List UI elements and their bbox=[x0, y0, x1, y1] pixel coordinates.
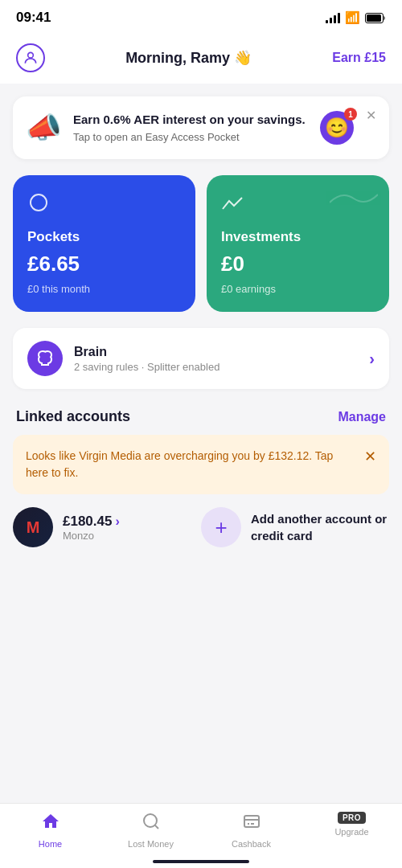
nav-home-label: Home bbox=[39, 839, 62, 849]
nav-lost-money-label: Lost Money bbox=[128, 839, 174, 849]
linked-accounts-header: Linked accounts Manage bbox=[0, 389, 402, 435]
nav-cashback-label: Cashback bbox=[232, 839, 271, 849]
lost-money-icon bbox=[142, 812, 161, 836]
add-account[interactable]: + Add another account or credit card bbox=[201, 507, 389, 547]
nav-home[interactable]: Home bbox=[0, 812, 100, 849]
cashback-icon bbox=[242, 812, 261, 836]
investments-card[interactable]: Investments £0 £0 earnings bbox=[207, 175, 389, 312]
investments-deco bbox=[330, 186, 378, 214]
account-amount: £180.45 › bbox=[63, 514, 120, 530]
promo-icon: 📣 bbox=[26, 111, 62, 145]
add-account-button[interactable]: + bbox=[201, 507, 241, 547]
header-greeting: Morning, Ramy 👋 bbox=[125, 49, 252, 67]
battery-icon bbox=[365, 13, 386, 23]
svg-point-3 bbox=[31, 194, 47, 211]
brain-section[interactable]: Brain 2 saving rules · Splitter enabled … bbox=[13, 328, 389, 389]
add-account-text: Add another account or credit card bbox=[251, 510, 389, 544]
wifi-icon: 📶 bbox=[345, 10, 360, 25]
home-indicator bbox=[153, 860, 249, 863]
pockets-card[interactable]: Pockets £6.65 £0 this month bbox=[13, 175, 195, 312]
investments-sub: £0 earnings bbox=[221, 283, 375, 295]
overcharge-alert[interactable]: Looks like Virgin Media are overcharging… bbox=[13, 435, 389, 494]
alert-close-button[interactable]: ✕ bbox=[364, 448, 376, 465]
account-info: £180.45 › Monzo bbox=[63, 514, 120, 542]
pockets-icon bbox=[27, 191, 181, 219]
status-icons: 📶 bbox=[326, 10, 386, 25]
svg-line-5 bbox=[154, 825, 158, 829]
monzo-account[interactable]: M £180.45 › Monzo bbox=[13, 507, 201, 547]
status-bar: 09:41 📶 bbox=[0, 0, 402, 32]
home-icon bbox=[41, 812, 60, 836]
svg-rect-1 bbox=[367, 14, 381, 22]
pockets-label: Pockets bbox=[27, 229, 181, 245]
earn-button[interactable]: Earn £15 bbox=[332, 51, 386, 65]
brain-subtitle: 2 saving rules · Splitter enabled bbox=[74, 361, 358, 373]
manage-button[interactable]: Manage bbox=[338, 410, 386, 424]
status-time: 09:41 bbox=[16, 10, 51, 26]
investments-amount: £0 bbox=[221, 252, 375, 276]
promo-close-button[interactable]: ✕ bbox=[362, 106, 379, 124]
account-chevron-icon: › bbox=[115, 514, 119, 529]
badge-count: 1 bbox=[344, 108, 357, 121]
brain-avatar bbox=[27, 341, 63, 376]
header: Morning, Ramy 👋 Earn £15 bbox=[0, 32, 402, 84]
brain-title: Brain bbox=[74, 345, 358, 359]
pockets-amount: £6.65 bbox=[27, 252, 181, 276]
svg-point-2 bbox=[28, 52, 34, 58]
alert-text: Looks like Virgin Media are overcharging… bbox=[26, 448, 355, 481]
accounts-row: M £180.45 › Monzo + Add another account … bbox=[0, 507, 402, 547]
pockets-sub: £0 this month bbox=[27, 283, 181, 295]
nav-cashback[interactable]: Cashback bbox=[201, 812, 302, 849]
svg-rect-6 bbox=[244, 816, 259, 827]
account-name: Monzo bbox=[63, 530, 120, 542]
promo-badge: 😊 1 bbox=[320, 111, 354, 145]
monzo-logo: M bbox=[13, 507, 53, 547]
pro-badge: PRO bbox=[338, 812, 366, 824]
promo-banner[interactable]: 📣 Earn 0.6% AER interest on your savings… bbox=[13, 96, 389, 159]
linked-accounts-title: Linked accounts bbox=[16, 408, 130, 425]
signal-icon bbox=[326, 12, 340, 23]
nav-upgrade-label: Upgrade bbox=[334, 827, 368, 837]
svg-point-4 bbox=[144, 814, 157, 827]
main-content: 📣 Earn 0.6% AER interest on your savings… bbox=[0, 96, 402, 620]
brain-text: Brain 2 saving rules · Splitter enabled bbox=[74, 345, 358, 373]
cards-row: Pockets £6.65 £0 this month Investments … bbox=[13, 175, 389, 312]
nav-upgrade[interactable]: PRO Upgrade bbox=[302, 812, 402, 849]
nav-lost-money[interactable]: Lost Money bbox=[100, 812, 201, 849]
bottom-nav: Home Lost Money Cashback PRO Upgrade bbox=[0, 803, 402, 868]
investments-label: Investments bbox=[221, 229, 375, 245]
avatar[interactable] bbox=[16, 43, 45, 72]
brain-chevron-icon: › bbox=[369, 350, 375, 368]
